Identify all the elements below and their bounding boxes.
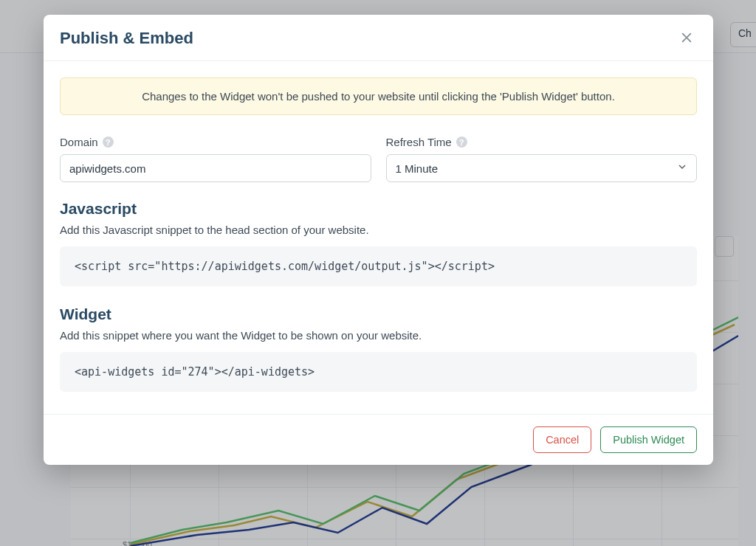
refresh-label-text: Refresh Time [386,136,452,148]
help-icon[interactable]: ? [103,136,114,148]
domain-label: Domain ? [60,136,371,148]
domain-input[interactable] [60,154,371,182]
refresh-field: Refresh Time ? 1 Minute [386,136,698,182]
domain-label-text: Domain [60,136,98,148]
form-row: Domain ? Refresh Time ? 1 Minute [60,136,697,182]
publish-widget-button[interactable]: Publish Widget [600,426,697,453]
javascript-section-desc: Add this Javascript snippet to the head … [60,224,697,236]
modal-title: Publish & Embed [60,29,193,48]
widget-code-snippet[interactable]: <api-widgets id="274"></api-widgets> [60,352,697,392]
close-icon [679,30,694,47]
refresh-label: Refresh Time ? [386,136,698,148]
close-button[interactable] [676,28,697,49]
javascript-section-title: Javascript [60,200,697,218]
modal-header: Publish & Embed [44,15,713,61]
publish-embed-modal: Publish & Embed Changes to the Widget wo… [44,15,713,465]
info-alert: Changes to the Widget won't be pushed to… [60,77,697,115]
modal-footer: Cancel Publish Widget [44,414,713,465]
javascript-code-snippet[interactable]: <script src="https://apiwidgets.com/widg… [60,246,697,286]
cancel-button[interactable]: Cancel [533,426,591,453]
domain-field: Domain ? [60,136,371,182]
modal-body: Changes to the Widget won't be pushed to… [44,61,713,414]
widget-section-title: Widget [60,305,697,323]
widget-section-desc: Add this snippet where you want the Widg… [60,329,697,342]
help-icon[interactable]: ? [456,136,467,148]
refresh-select[interactable]: 1 Minute [386,154,698,182]
